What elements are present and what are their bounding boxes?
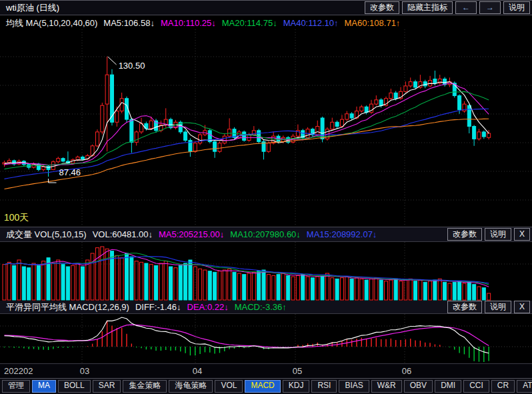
macd-chart[interactable] [0, 314, 532, 363]
time-axis: 20220203040506 [0, 363, 532, 378]
volume-chart[interactable] [0, 242, 532, 301]
toolbar-item-cr[interactable]: CR [491, 380, 515, 393]
vol-value-2: MA5:205215.00↓ [159, 229, 224, 239]
macd-value-3: MACD:-3.36↑ [235, 302, 287, 312]
macd-help-button[interactable]: 说明 [485, 301, 511, 313]
macd-pane-header: 平滑异同平均线 MACD(12,26,9)DIFF:-1.46↓DEA:0.22… [0, 301, 532, 314]
axis-label-03: 03 [80, 366, 89, 376]
svg-text:87.46: 87.46 [59, 167, 81, 177]
toolbar-item-ma[interactable]: MA [32, 380, 56, 393]
volume-bars-layer [3, 247, 491, 300]
toolbar-item-dmi[interactable]: DMI [435, 380, 461, 393]
ma-value-2: MA10:110.25↓ [161, 18, 216, 28]
volume-pane-header: 成交量 VOL(5,10,15)VOL:60481.00↓MA5:205215.… [0, 227, 532, 242]
toolbar-item-vol[interactable]: VOL [215, 380, 243, 393]
macd-histogram-layer [5, 321, 489, 362]
vol-value-4: MA15:208992.07↓ [307, 229, 377, 239]
visible-range-label: 100天 [4, 212, 29, 223]
toolbar-item-海龟策略[interactable]: 海龟策略 [169, 380, 213, 393]
toolbar-item-atr[interactable]: ATR [517, 380, 532, 393]
indicator-toolbar: 管理MABOLLSAR集金策略海龟策略VOLMACDKDJRSIBIASW&RO… [0, 378, 532, 394]
svg-text:130.50: 130.50 [119, 61, 145, 71]
volume-close-button[interactable]: X [514, 228, 530, 241]
candles-layer [3, 57, 491, 177]
volume-pane-buttons: 改参数 说明 X [445, 228, 530, 241]
hide-main-indicator-button[interactable]: 隐藏主指标 [402, 1, 453, 14]
change-params-button[interactable]: 改参数 [365, 1, 399, 14]
main-grid [0, 29, 532, 227]
main-candlestick-chart[interactable]: 130.5087.46100天 [0, 29, 532, 227]
toolbar-item-boll[interactable]: BOLL [58, 380, 91, 393]
ma-value-0: 均线 MA(5,10,20,40,60) [6, 18, 97, 28]
arrow-left-icon[interactable]: ← [455, 1, 477, 14]
toolbar-item-cci[interactable]: CCI [463, 380, 489, 393]
ma-value-3: MA20:114.75↓ [222, 18, 277, 28]
volume-help-button[interactable]: 说明 [485, 228, 511, 241]
macd-change-params-button[interactable]: 改参数 [447, 301, 482, 313]
macd-close-button[interactable]: X [514, 301, 530, 313]
title-bar: wti原油 (日线) 改参数 隐藏主指标 ← → 说明 [0, 0, 532, 15]
macd-value-0: 平滑异同平均线 MACD(12,26,9) [6, 302, 129, 312]
axis-label-202202: 202202 [4, 366, 33, 376]
volume-change-params-button[interactable]: 改参数 [447, 228, 482, 241]
macd-lines-layer [5, 317, 489, 353]
axis-label-06: 06 [402, 366, 411, 376]
ma-value-4: MA40:112.10↑ [283, 18, 339, 28]
toolbar-item-rsi[interactable]: RSI [311, 380, 337, 393]
vol-value-3: MA10:207980.60↓ [230, 229, 301, 239]
arrow-right-icon[interactable]: → [479, 1, 501, 14]
toolbar-item-sar[interactable]: SAR [93, 380, 121, 393]
macd-pane-buttons: 改参数 说明 X [445, 301, 530, 313]
ma-value-5: MA60:108.71↑ [345, 18, 401, 28]
macd-grid [0, 314, 532, 363]
macd-readout: 平滑异同平均线 MACD(12,26,9)DIFF:-1.46↓DEA:0.22… [0, 301, 287, 313]
macd-value-2: DEA:0.22↓ [187, 302, 229, 312]
volume-readout: 成交量 VOL(5,10,15)VOL:60481.00↓MA5:205215.… [0, 229, 377, 241]
axis-label-05: 05 [293, 366, 302, 376]
axis-label-04: 04 [193, 366, 202, 376]
toolbar-item-kdj[interactable]: KDJ [283, 380, 310, 393]
trading-app-window: wti原油 (日线) 改参数 隐藏主指标 ← → 说明 均线 MA(5,10,2… [0, 0, 532, 394]
vol-value-0: 成交量 VOL(5,10,15) [6, 229, 87, 239]
title-bar-buttons: 改参数 隐藏主指标 ← → 说明 [362, 1, 530, 14]
help-button[interactable]: 说明 [503, 1, 530, 14]
toolbar-item-macd[interactable]: MACD [245, 380, 280, 393]
ma-indicator-readout: 均线 MA(5,10,20,40,60)MA5:106.58↓MA10:110.… [0, 17, 532, 29]
toolbar-item-管理[interactable]: 管理 [2, 380, 30, 393]
toolbar-item-w&r[interactable]: W&R [371, 380, 402, 393]
toolbar-item-obv[interactable]: OBV [404, 380, 433, 393]
vol-value-1: VOL:60481.00↓ [93, 229, 153, 239]
toolbar-item-集金策略[interactable]: 集金策略 [123, 380, 167, 393]
macd-value-1: DIFF:-1.46↓ [135, 302, 181, 312]
ma-value-1: MA5:106.58↓ [103, 18, 155, 28]
toolbar-item-bias[interactable]: BIAS [339, 380, 369, 393]
instrument-title: wti原油 (日线) [6, 2, 59, 14]
